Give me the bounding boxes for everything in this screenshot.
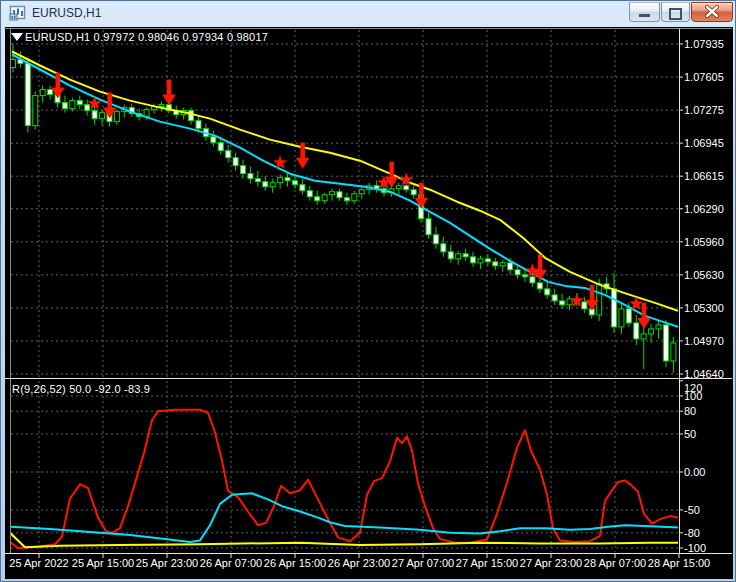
price-scale[interactable] — [680, 29, 732, 553]
window-title: EURUSD,H1 — [32, 6, 101, 20]
restore-button[interactable] — [661, 2, 690, 22]
panel-splitter[interactable] — [4, 376, 732, 381]
chart-canvas[interactable]: 1.079351.076051.072751.069451.066151.062… — [0, 0, 736, 582]
main-chart-area[interactable] — [10, 29, 679, 378]
close-button[interactable] — [691, 2, 733, 22]
minimize-icon — [639, 14, 650, 17]
indicator-area[interactable] — [10, 380, 679, 553]
chart-info-label: EURUSD,H1 0.97972 0.98046 0.97934 0.9801… — [25, 31, 268, 43]
time-scale[interactable] — [4, 554, 732, 574]
chart-window-icon — [9, 5, 27, 21]
indicator-info-label: R(9,26,52) 50.0 -92.0 -83.9 — [12, 383, 150, 395]
restore-icon — [669, 8, 682, 20]
minimize-button[interactable] — [629, 2, 660, 22]
close-icon — [692, 3, 732, 21]
